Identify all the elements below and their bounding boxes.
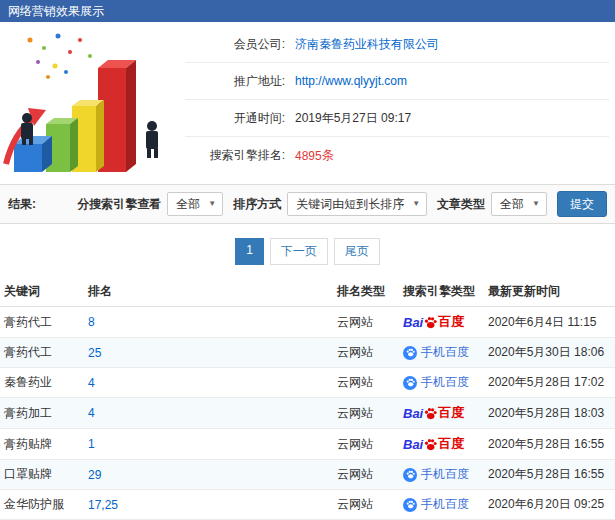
baidu-logo-bai: Bai — [403, 406, 423, 421]
table-header-row: 关键词 排名 排名类型 搜索引擎类型 最新更新时间 — [0, 277, 615, 307]
keyword-cell: 膏药代工 — [0, 307, 84, 338]
rank-link[interactable]: 4 — [88, 406, 95, 420]
pagination: 1 下一页 尾页 — [0, 238, 615, 265]
rank-link[interactable]: 17,25 — [88, 498, 118, 512]
keyword-cell: 膏药加工 — [0, 398, 84, 429]
engine-cell: Bai百度 手机百度 — [399, 490, 484, 520]
article-type-selected-value: 全部 — [500, 193, 524, 215]
rank-link[interactable]: 8 — [88, 315, 95, 329]
rank-cell: 17,25 — [84, 490, 333, 520]
company-label: 会员公司: — [185, 36, 285, 53]
site-label: 推广地址: — [185, 73, 285, 90]
window-titlebar: 网络营销效果展示 — [0, 0, 615, 22]
page-current[interactable]: 1 — [235, 238, 264, 265]
rank-link[interactable]: 4 — [88, 376, 95, 390]
updated-cell: 2020年5月28日 16:55 — [484, 429, 615, 460]
rank-cell: 1 — [84, 429, 333, 460]
paw-icon — [424, 438, 437, 451]
result-label: 结果: — [8, 196, 36, 213]
rank-cell: 8 — [84, 307, 333, 338]
engine-view-selected-value: 全部 — [176, 193, 200, 215]
rank-type-cell: 云网站 — [333, 460, 399, 490]
engine-view-label: 分搜索引擎查看 — [77, 196, 161, 213]
table-row: 膏药代工 8 云网站 Bai百度 手机百度 2020年6月4日 11:15 — [0, 307, 615, 338]
paw-icon — [406, 378, 415, 387]
bar-chart-clipart-icon — [0, 22, 185, 178]
info-row-open-time: 开通时间: 2019年5月27日 09:17 — [185, 100, 609, 137]
chevron-down-icon: ▼ — [412, 193, 420, 215]
rank-type-cell: 云网站 — [333, 368, 399, 398]
member-info-list: 会员公司: 济南秦鲁药业科技有限公司 推广地址: http://www.qlyy… — [185, 26, 609, 174]
mobile-baidu: 手机百度 — [403, 344, 469, 361]
rank-cell: 29 — [84, 460, 333, 490]
table-row: 秦鲁药业 4 云网站 Bai百度 手机百度 2020年5月28日 17:02 — [0, 368, 615, 398]
baidu-logo: Bai百度 — [403, 313, 464, 331]
table-body: 膏药代工 8 云网站 Bai百度 手机百度 2020年6月4日 11:15 膏药… — [0, 307, 615, 520]
rank-link[interactable]: 29 — [88, 468, 101, 482]
header-engine-type: 搜索引擎类型 — [399, 277, 484, 307]
table-row: 金华防护服 17,25 云网站 Bai百度 手机百度 2020年6月20日 09… — [0, 490, 615, 520]
article-type-select[interactable]: 全部 ▼ — [491, 192, 547, 216]
baidu-logo-bai: Bai — [403, 315, 423, 330]
rank-type-cell: 云网站 — [333, 490, 399, 520]
open-time-label: 开通时间: — [185, 110, 285, 127]
mobile-baidu: 手机百度 — [403, 374, 469, 391]
keyword-cell: 膏药贴牌 — [0, 429, 84, 460]
sort-select[interactable]: 关键词由短到长排序 ▼ — [287, 192, 427, 216]
keyword-cell: 金华防护服 — [0, 490, 84, 520]
rank-link[interactable]: 1 — [88, 437, 95, 451]
engine-rank-label: 搜索引擎排名: — [185, 147, 285, 164]
ranking-table: 关键词 排名 排名类型 搜索引擎类型 最新更新时间 膏药代工 8 云网站 Bai… — [0, 277, 615, 520]
engine-cell: Bai百度 手机百度 — [399, 429, 484, 460]
table-row: 膏药代工 25 云网站 Bai百度 手机百度 2020年5月30日 18:06 — [0, 338, 615, 368]
info-row-engine-rank: 搜索引擎排名: 4895 条 — [185, 137, 609, 174]
baidu-logo-cn: 百度 — [438, 313, 464, 331]
mobile-baidu-label: 手机百度 — [421, 496, 469, 513]
rank-type-cell: 云网站 — [333, 338, 399, 368]
rank-cell: 4 — [84, 398, 333, 429]
paw-icon — [406, 500, 415, 509]
updated-cell: 2020年6月4日 11:15 — [484, 307, 615, 338]
baidu-logo: Bai百度 — [403, 404, 464, 422]
company-link[interactable]: 济南秦鲁药业科技有限公司 — [295, 36, 439, 53]
article-type-label: 文章类型 — [437, 196, 485, 213]
baidu-logo-cn: 百度 — [438, 404, 464, 422]
keyword-cell: 膏药代工 — [0, 338, 84, 368]
engine-cell: Bai百度 手机百度 — [399, 460, 484, 490]
rank-type-cell: 云网站 — [333, 307, 399, 338]
engine-cell: Bai百度 手机百度 — [399, 398, 484, 429]
paw-icon — [406, 348, 415, 357]
page-last[interactable]: 尾页 — [334, 238, 380, 265]
baidu-logo-bai: Bai — [403, 437, 423, 452]
submit-button[interactable]: 提交 — [557, 191, 607, 217]
paw-icon — [406, 470, 415, 479]
open-time-value: 2019年5月27日 09:17 — [295, 110, 411, 127]
table-row: 膏药贴牌 1 云网站 Bai百度 手机百度 2020年5月28日 16:55 — [0, 429, 615, 460]
mobile-baidu-label: 手机百度 — [421, 374, 469, 391]
table-row: 口罩贴牌 29 云网站 Bai百度 手机百度 2020年5月28日 16:55 — [0, 460, 615, 490]
engine-rank-count: 4895 — [295, 149, 322, 163]
rank-cell: 4 — [84, 368, 333, 398]
info-row-company: 会员公司: 济南秦鲁药业科技有限公司 — [185, 26, 609, 63]
paw-icon — [424, 407, 437, 420]
rank-cell: 25 — [84, 338, 333, 368]
mobile-baidu-icon — [403, 468, 417, 482]
info-row-site: 推广地址: http://www.qlyyjt.com — [185, 63, 609, 100]
engine-view-select[interactable]: 全部 ▼ — [167, 192, 223, 216]
sort-selected-value: 关键词由短到长排序 — [296, 193, 404, 215]
sort-label: 排序方式 — [233, 196, 281, 213]
mobile-baidu-icon — [403, 498, 417, 512]
updated-cell: 2020年5月30日 18:06 — [484, 338, 615, 368]
mobile-baidu: 手机百度 — [403, 496, 469, 513]
updated-cell: 2020年6月20日 09:25 — [484, 490, 615, 520]
table-row: 膏药加工 4 云网站 Bai百度 手机百度 2020年5月28日 18:03 — [0, 398, 615, 429]
page-next[interactable]: 下一页 — [270, 238, 328, 265]
mobile-baidu-icon — [403, 376, 417, 390]
updated-cell: 2020年5月28日 17:02 — [484, 368, 615, 398]
mobile-baidu-icon — [403, 346, 417, 360]
updated-cell: 2020年5月28日 18:03 — [484, 398, 615, 429]
member-summary-section: 会员公司: 济南秦鲁药业科技有限公司 推广地址: http://www.qlyy… — [0, 22, 615, 178]
site-link[interactable]: http://www.qlyyjt.com — [295, 74, 407, 88]
rank-link[interactable]: 25 — [88, 346, 101, 360]
result-filter-bar: 结果: 分搜索引擎查看 全部 ▼ 排序方式 关键词由短到长排序 ▼ 文章类型 全… — [0, 184, 615, 224]
